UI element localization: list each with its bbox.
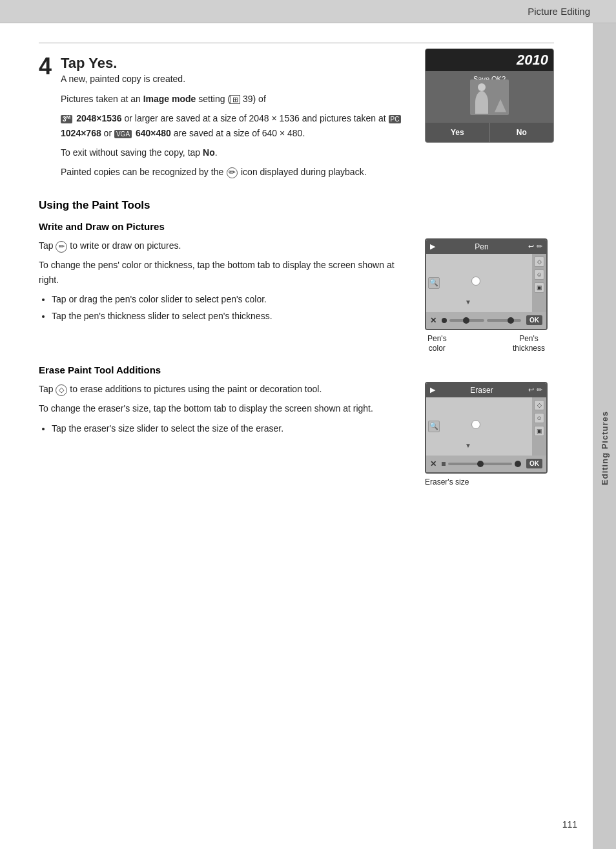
cam-yes-btn[interactable]: Yes — [426, 123, 490, 142]
erase-area: Tap ◇ to erase additions to pictures usi… — [39, 382, 554, 487]
eraser-body: 🔍 ▼ ◇ ☺ ▣ — [426, 397, 546, 456]
write-draw-desc2: To change the pens' color or thickness, … — [39, 258, 412, 287]
eraser-sidebar-icon2: ☺ — [534, 413, 544, 423]
eraser-dot — [471, 420, 480, 429]
eraser-large-dot — [515, 461, 521, 467]
pen-left-icon: 🔍 — [428, 277, 440, 289]
pen-bottom: ✕ OK — [426, 312, 546, 329]
write-draw-section: Write and Draw on Pictures Tap ✏ to writ… — [39, 221, 554, 354]
pen-labels: Pen's color Pen's thickness — [425, 334, 548, 354]
step4-desc4: To exit without saving the copy, tap No. — [61, 145, 554, 160]
step-title-suffix: . — [113, 55, 117, 71]
no-label: No — [203, 147, 215, 158]
pen-ok-btn[interactable]: OK — [526, 315, 542, 325]
eraser-arrow: ▼ — [465, 442, 471, 449]
pen-sidebar: ◇ ☺ ▣ — [532, 254, 546, 312]
pen-thickness-label: Pen's thickness — [513, 334, 545, 354]
pen-color-thumb[interactable] — [463, 317, 469, 324]
cam-year: 2010 — [426, 49, 553, 71]
eraser-size-label: Eraser's size — [425, 477, 469, 487]
bullet-thickness: Tap the pen's thickness slider to select… — [52, 309, 412, 323]
pencil-icon-inline: ✏ — [227, 167, 238, 178]
step-content: 2010 Save OK? Yes No Tap Yes. — [61, 55, 554, 185]
pen-topbar: ▶ Pen ↩ ✏ — [426, 240, 546, 254]
write-draw-bullets: Tap or drag the pen's color slider to se… — [52, 292, 412, 324]
page-container: Picture Editing Editing Pictures 4 2010 … — [0, 0, 616, 849]
erase-text: Tap ◇ to erase additions to pictures usi… — [39, 382, 412, 441]
eraser-ok-btn[interactable]: OK — [526, 459, 542, 468]
eraser-topbar: ▶ Eraser ↩ ✏ — [426, 383, 546, 397]
pen-topbar-icons: ↩ ✏ — [528, 242, 542, 251]
size-1024: 1024×768 — [61, 128, 101, 138]
eraser-sidebar: ◇ ☺ ▣ — [532, 397, 546, 456]
erase-bullets: Tap the eraser's size slider to select t… — [52, 421, 412, 435]
pen-label: Pen — [475, 242, 488, 251]
eraser-label: Eraser — [470, 386, 493, 395]
pen-ui-box: ▶ Pen ↩ ✏ 🔍 ▼ ◇ — [425, 238, 548, 330]
size-3m: 3M 2048×1536 — [61, 113, 122, 123]
erase-section: Erase Paint Tool Additions Tap ◇ to eras… — [39, 364, 554, 487]
camera-screenshot: 2010 Save OK? Yes No — [425, 48, 554, 143]
page-title: Picture Editing — [528, 6, 590, 17]
eraser-left-icon: 🔍 — [428, 421, 440, 432]
eraser-size-thumb[interactable] — [477, 461, 484, 467]
eraser-pencil-icon: ✏ — [537, 386, 542, 394]
sidebar-label: Editing Pictures — [600, 411, 610, 485]
eraser-size-label-row: Eraser's size — [425, 477, 554, 487]
eraser-sidebar-icon3: ▣ — [534, 426, 544, 436]
write-draw-heading: Write and Draw on Pictures — [39, 221, 554, 232]
page-number: 111 — [562, 819, 577, 830]
top-bar: Picture Editing — [0, 0, 616, 23]
pen-dot — [471, 277, 480, 286]
book-icon: ⊞ — [231, 95, 240, 104]
cam-middle: Save OK? — [426, 71, 553, 123]
eraser-sidebar-icon1: ◇ — [534, 400, 544, 410]
pen-body: 🔍 ▼ ◇ ☺ ▣ — [426, 254, 546, 312]
eraser-topbar-icons: ↩ ✏ — [528, 386, 542, 394]
size-640: 640×480 — [136, 128, 171, 138]
eraser-diagram-col: ▶ Eraser ↩ ✏ 🔍 ▼ ◇ — [425, 382, 554, 487]
pc-icon: PC — [389, 115, 402, 123]
write-draw-text: Tap ✏ to write or draw on pictures. To c… — [39, 238, 412, 329]
image-mode-label: Image mode — [143, 94, 196, 104]
write-draw-desc1: Tap ✏ to write or draw on pictures. — [39, 238, 412, 253]
eraser-small-dot — [442, 462, 446, 466]
step-title-prefix: Tap — [61, 55, 88, 71]
pen-diagram-col: ▶ Pen ↩ ✏ 🔍 ▼ ◇ — [425, 238, 554, 354]
cam-figure — [470, 79, 509, 115]
main-content: 4 2010 Save OK? Yes No — [0, 23, 593, 512]
pen-play-icon: ▶ — [430, 242, 435, 251]
cam-bottom: Yes No — [426, 123, 553, 142]
pen-color-dot — [442, 318, 447, 323]
right-sidebar: Editing Pictures — [593, 23, 616, 849]
pen-sidebar-icon1: ◇ — [534, 257, 544, 267]
bullet-eraser-size: Tap the eraser's size slider to select t… — [52, 421, 412, 435]
vga-icon: VGA — [114, 130, 132, 138]
pen-color-slider[interactable] — [449, 319, 484, 322]
write-draw-area: Tap ✏ to write or draw on pictures. To c… — [39, 238, 554, 354]
eraser-back-icon: ↩ — [528, 386, 534, 394]
pen-sidebar-icon2: ☺ — [534, 269, 544, 280]
pen-x-icon: ✕ — [430, 316, 436, 325]
step-title-bold: Yes — [88, 55, 113, 71]
step4-desc5: Painted copies can be recognized by the … — [61, 165, 554, 179]
erase-desc1: Tap ◇ to erase additions to pictures usi… — [39, 382, 412, 396]
erase-desc2: To change the eraser's size, tap the bot… — [39, 401, 412, 415]
eraser-ui-box: ▶ Eraser ↩ ✏ 🔍 ▼ ◇ — [425, 382, 548, 474]
cam-person-figure — [475, 91, 488, 114]
eraser-play-icon: ▶ — [430, 386, 435, 394]
pen-thickness-slider[interactable] — [487, 319, 522, 322]
eraser-x-icon: ✕ — [430, 459, 436, 468]
pen-thickness-thumb[interactable] — [508, 317, 514, 324]
cam-boat-figure — [495, 100, 506, 112]
cam-no-btn[interactable]: No — [490, 123, 554, 142]
eraser-bottom: ✕ OK — [426, 456, 546, 472]
erase-heading: Erase Paint Tool Additions — [39, 364, 554, 375]
step-4-row: 4 2010 Save OK? Yes No — [39, 55, 554, 185]
pen-back-icon: ↩ — [528, 242, 534, 251]
pen-sidebar-icon3: ▣ — [534, 282, 544, 293]
eraser-size-slider[interactable] — [448, 463, 512, 465]
pen-icon-inline: ✏ — [56, 241, 67, 253]
eraser-icon-inline: ◇ — [56, 384, 67, 396]
bullet-color: Tap or drag the pen's color slider to se… — [52, 292, 412, 306]
